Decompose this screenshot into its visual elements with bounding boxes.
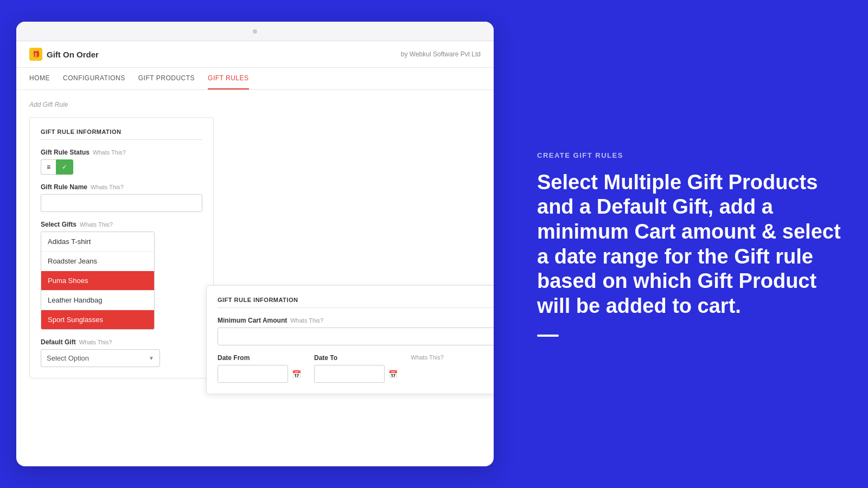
by-text: by Webkul Software Pvt Ltd [401, 50, 481, 58]
status-field-label: Gift Rule Status Whats This? [41, 149, 202, 156]
date-from-wrapper: 📅 [218, 365, 305, 383]
list-item-sport[interactable]: Sport Sunglasses [41, 310, 154, 329]
browser-dot [253, 29, 257, 34]
nav-gift-products[interactable]: GIFT PRODUCTS [138, 68, 195, 89]
calendar-from-icon[interactable]: 📅 [292, 370, 301, 378]
create-label: CREATE GIFT RULES [537, 151, 841, 159]
date-whats-this-group: Whats This? [411, 354, 494, 365]
nav-gift-rules[interactable]: GIFT RULES [208, 68, 248, 89]
calendar-to-icon[interactable]: 📅 [388, 370, 398, 378]
date-from-input[interactable] [218, 365, 288, 383]
app-logo: 🎁 Gift On Order [29, 48, 99, 61]
select-option-text: Select Option [47, 354, 89, 362]
default-gift-select[interactable]: Select Option ▼ [41, 349, 160, 367]
list-item-roadster[interactable]: Roadster Jeans [41, 252, 154, 271]
dropdown-arrow-icon: ▼ [149, 355, 154, 361]
gift-rule-name-input[interactable] [41, 194, 202, 212]
browser-area: 🎁 Gift On Order by Webkul Software Pvt L… [0, 0, 510, 488]
status-whats-this[interactable]: Whats This? [93, 149, 126, 156]
gifts-listbox: Adidas T-shirt Roadster Jeans Puma Shoes… [41, 232, 155, 330]
date-row: Date From 📅 Date To 📅 [218, 354, 494, 383]
content-area: Add Gift Rule GIFT RULE INFORMATION Gift… [16, 90, 494, 466]
main-headline: Select Multiple Gift Products and a Defa… [537, 170, 841, 319]
app-nav: HOME CONFIGURATIONS GIFT PRODUCTS GIFT R… [16, 68, 494, 90]
date-to-wrapper: 📅 [314, 365, 402, 383]
date-whats-this[interactable]: Whats This? [411, 354, 444, 361]
app-header: 🎁 Gift On Order by Webkul Software Pvt L… [16, 41, 494, 68]
browser-top-bar [16, 22, 494, 41]
main-container: 🎁 Gift On Order by Webkul Software Pvt L… [0, 0, 868, 488]
min-cart-input[interactable] [218, 328, 494, 345]
toggle-bars-btn[interactable]: ≡ [41, 159, 56, 175]
toggle-check-btn[interactable]: ✓ [56, 159, 73, 175]
divider-line [537, 335, 559, 337]
date-from-label: Date From [218, 354, 305, 362]
list-item-adidas[interactable]: Adidas T-shirt [41, 232, 154, 252]
right-panel: CREATE GIFT RULES Select Multiple Gift P… [510, 0, 868, 488]
list-item-leather[interactable]: Leather Handbag [41, 291, 154, 310]
date-to-label: Date To [314, 354, 402, 362]
browser-window: 🎁 Gift On Order by Webkul Software Pvt L… [16, 22, 494, 466]
list-item-puma[interactable]: Puma Shoes [41, 271, 154, 291]
app-name: Gift On Order [47, 50, 99, 59]
min-cart-whats-this[interactable]: Whats This? [290, 317, 323, 324]
nav-configurations[interactable]: CONFIGURATIONS [63, 68, 125, 89]
form-card-left: GIFT RULE INFORMATION Gift Rule Status W… [29, 117, 214, 378]
date-to-input[interactable] [314, 365, 385, 383]
section-title-left: GIFT RULE INFORMATION [41, 129, 202, 140]
section-title-right: GIFT RULE INFORMATION [218, 297, 494, 308]
logo-icon: 🎁 [29, 48, 42, 61]
default-gift-whats-this[interactable]: Whats This? [79, 339, 112, 345]
name-whats-this[interactable]: Whats This? [91, 184, 124, 190]
default-gift-label: Default Gift Whats This? [41, 338, 202, 346]
nav-home[interactable]: HOME [29, 68, 50, 89]
form-card-right: GIFT RULE INFORMATION Minimum Cart Amoun… [206, 285, 494, 394]
status-toggle: ≡ ✓ [41, 159, 202, 175]
date-from-group: Date From 📅 [218, 354, 305, 383]
name-field-label: Gift Rule Name Whats This? [41, 183, 202, 191]
select-gifts-label: Select Gifts Whats This? [41, 221, 202, 228]
breadcrumb: Add Gift Rule [29, 101, 481, 108]
gifts-whats-this[interactable]: Whats This? [80, 221, 113, 228]
min-cart-label: Minimum Cart AmountWhats This? [218, 317, 494, 324]
date-to-group: Date To 📅 [314, 354, 402, 383]
